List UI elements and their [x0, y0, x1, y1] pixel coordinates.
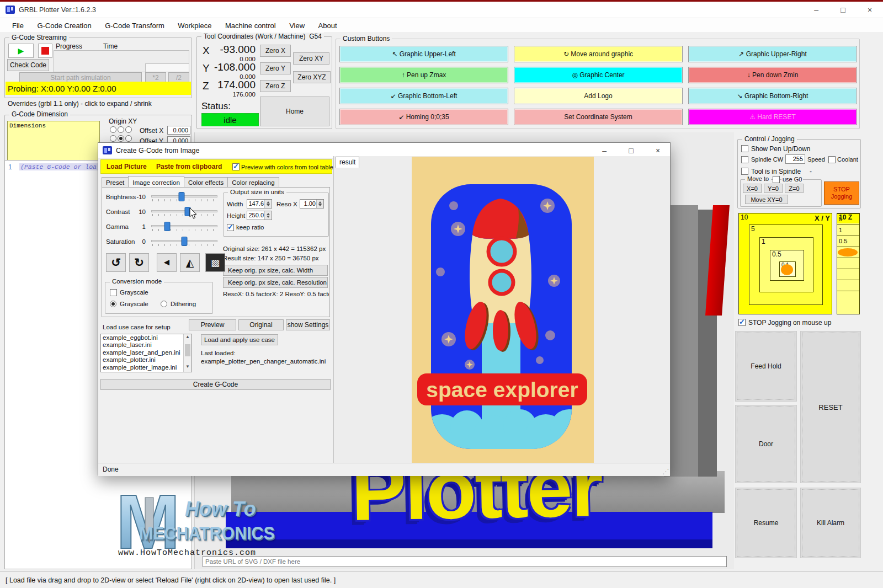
rotate-cw-button[interactable]: ↻: [129, 253, 149, 272]
width-field[interactable]: 147.6: [247, 199, 272, 209]
reset-button[interactable]: RESET: [800, 331, 861, 483]
menu-gcode-transform[interactable]: G-Code Transform: [99, 20, 170, 31]
custom-button-graphic-upper-left[interactable]: ↖ Graphic Upper-Left: [339, 46, 508, 62]
coolant-checkbox[interactable]: [828, 156, 836, 163]
jog-step-10[interactable]: 10: [741, 213, 748, 221]
scroll-thumb[interactable]: [185, 344, 190, 356]
usecase-item[interactable]: example_laser_and_pen.ini: [101, 349, 192, 356]
zero-x-button[interactable]: Zero X: [260, 45, 291, 57]
menu-workpiece[interactable]: Workpiece: [172, 20, 217, 31]
menu-gcode-creation[interactable]: G-Code Creation: [31, 20, 97, 31]
feed-hold-button[interactable]: Feed Hold: [735, 331, 797, 402]
usecase-listbox[interactable]: example_eggbot.ini example_laser.ini exa…: [100, 334, 192, 372]
move-y0-button[interactable]: Y=0: [764, 184, 783, 193]
spindle-speed-field[interactable]: 255: [785, 154, 805, 164]
scroll-down-icon[interactable]: ▼: [184, 364, 192, 372]
custom-button-hard-reset[interactable]: ⚠ Hard RESET: [688, 109, 857, 125]
load-apply-usecase-button[interactable]: Load and apply use case: [201, 334, 278, 345]
custom-button-move-around-graphic[interactable]: ↻ Move around graphic: [514, 46, 683, 62]
zero-z-button[interactable]: Zero Z: [260, 80, 291, 92]
jog-z-dot[interactable]: [838, 248, 858, 256]
brightness-slider[interactable]: [151, 192, 217, 202]
origin-radio[interactable]: [125, 135, 132, 142]
reso-x-field[interactable]: 1.00: [300, 199, 324, 209]
menu-file[interactable]: File: [7, 20, 29, 31]
minimize-button[interactable]: –: [804, 2, 828, 17]
resize-grip[interactable]: ⋰: [662, 468, 669, 475]
origin-radio[interactable]: [118, 126, 124, 133]
check-code-button[interactable]: Check Code: [7, 59, 49, 71]
menu-about[interactable]: About: [313, 20, 343, 31]
origin-radio[interactable]: [125, 126, 132, 133]
preview-colors-checkbox[interactable]: [232, 163, 240, 170]
jog-z-step[interactable]: 5: [837, 213, 859, 224]
jog-z-step[interactable]: 0.5: [837, 236, 859, 247]
height-spinner[interactable]: [264, 211, 272, 220]
use-g0-checkbox[interactable]: [773, 176, 780, 183]
keep-ratio-checkbox[interactable]: [227, 224, 234, 231]
zero-xyz-button[interactable]: Zero XYZ: [293, 71, 331, 83]
offset-x-field[interactable]: 0.000: [167, 126, 190, 135]
dialog-minimize-button[interactable]: –: [592, 143, 616, 158]
home-button[interactable]: Home: [260, 97, 329, 126]
move-z0-button[interactable]: Z=0: [785, 184, 804, 193]
grayscale-radio[interactable]: [110, 301, 116, 307]
gamma-slider[interactable]: [151, 222, 217, 232]
reso-x-spinner[interactable]: [316, 200, 323, 208]
jog-z-step[interactable]: [837, 269, 859, 280]
menu-machine-control[interactable]: Machine control: [220, 20, 281, 31]
rotate-ccw-button[interactable]: ↺: [106, 253, 126, 272]
usecase-scrollbar[interactable]: ▲ ▼: [183, 334, 192, 372]
jog-z-step[interactable]: [837, 280, 859, 291]
maximize-button[interactable]: □: [831, 2, 855, 17]
jog-z-step[interactable]: 1: [837, 224, 859, 236]
close-button[interactable]: ×: [858, 2, 882, 17]
jog-pad-z[interactable]: 10 Z 5 1 0.5 0.1: [837, 213, 860, 314]
move-xy0-button[interactable]: Move XY=0: [745, 195, 788, 204]
grayscale-checkbox[interactable]: [110, 289, 117, 296]
zero-xy-button[interactable]: Zero XY: [293, 52, 329, 65]
move-x0-button[interactable]: X=0: [743, 184, 762, 193]
result-tab[interactable]: result: [336, 157, 359, 168]
preview-button[interactable]: Preview: [189, 319, 236, 330]
tab-color-effects[interactable]: Color effects: [184, 177, 228, 187]
invert-image-button[interactable]: ▩: [205, 253, 225, 272]
custom-button-pen-down[interactable]: ↓ Pen down Zmin: [688, 67, 857, 83]
height-field[interactable]: 250.0: [247, 211, 272, 220]
contrast-slider[interactable]: [151, 207, 217, 217]
stop-on-mouseup-checkbox[interactable]: [738, 319, 746, 326]
custom-button-pen-up[interactable]: ↑ Pen up Zmax: [339, 67, 508, 83]
dialog-maximize-button[interactable]: □: [619, 143, 643, 158]
origin-radio[interactable]: [110, 135, 116, 142]
width-spinner[interactable]: [264, 200, 272, 208]
flip-vertical-button[interactable]: ◭: [180, 253, 200, 272]
paste-clipboard-button[interactable]: Paste from clipboard: [156, 163, 222, 170]
overrides-toggle[interactable]: Overrides (grbl 1.1 only) - click to exp…: [8, 100, 152, 108]
tab-color-replacing[interactable]: Color replacing: [227, 177, 279, 187]
jog-z-step[interactable]: [837, 258, 859, 269]
show-pen-checkbox[interactable]: [741, 145, 748, 152]
custom-button-add-logo[interactable]: Add Logo: [514, 88, 683, 104]
keep-size-calc-resolution-button[interactable]: Keep orig. px size, calc. Resolution: [223, 277, 328, 288]
dialog-close-button[interactable]: ×: [646, 143, 670, 158]
custom-button-graphic-upper-right[interactable]: ↗ Graphic Upper-Right: [688, 46, 857, 62]
saturation-slider[interactable]: [151, 237, 217, 247]
stop-button[interactable]: [38, 44, 52, 58]
keep-size-calc-width-button[interactable]: Keep orig. px size, calc. Width: [223, 265, 328, 276]
usecase-item[interactable]: example_plotter.ini: [101, 356, 192, 364]
custom-button-set-coordinate-system[interactable]: Set Coordinate System: [514, 109, 683, 125]
jog-step-5-ring[interactable]: 5 1 0.5 0.1: [749, 224, 823, 305]
origin-radio-selected[interactable]: [118, 135, 124, 142]
original-button[interactable]: Original: [238, 319, 284, 330]
usecase-item[interactable]: example_laser.ini: [101, 341, 192, 349]
kill-alarm-button[interactable]: Kill Alarm: [800, 488, 861, 558]
jog-z-step[interactable]: 0.1: [837, 247, 859, 258]
usecase-item[interactable]: example_plotter_image.ini: [101, 364, 192, 371]
zero-y-button[interactable]: Zero Y: [260, 62, 291, 74]
tab-preset[interactable]: Preset: [102, 177, 129, 187]
custom-button-graphic-bottom-left[interactable]: ↙ Graphic Bottom-Left: [339, 88, 508, 104]
tab-image-correction[interactable]: Image correction: [128, 176, 184, 187]
flip-horizontal-button[interactable]: ◄: [157, 253, 177, 272]
dithering-radio[interactable]: [161, 301, 167, 307]
usecase-item[interactable]: example_eggbot.ini: [101, 334, 192, 341]
